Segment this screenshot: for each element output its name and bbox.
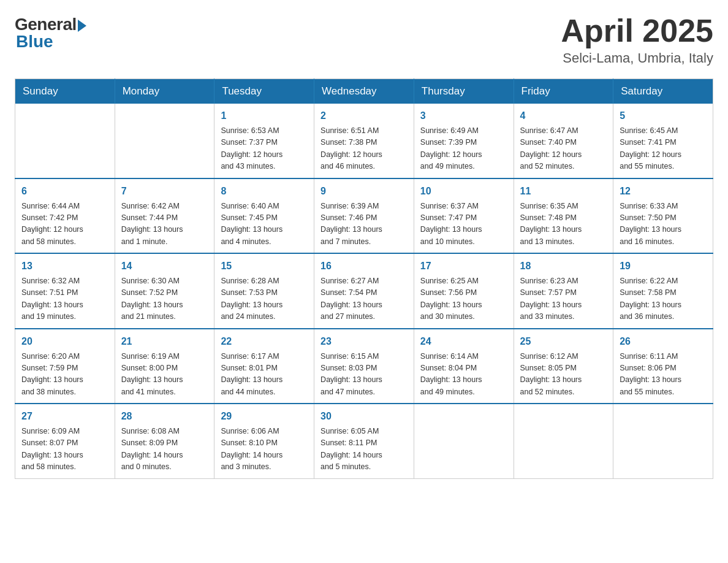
day-info: Sunrise: 6:06 AM Sunset: 8:10 PM Dayligh… bbox=[221, 426, 308, 473]
calendar-cell: 29Sunrise: 6:06 AM Sunset: 8:10 PM Dayli… bbox=[214, 404, 314, 478]
title-section: April 2025 Selci-Lama, Umbria, Italy bbox=[561, 15, 713, 66]
day-info: Sunrise: 6:33 AM Sunset: 7:50 PM Dayligh… bbox=[620, 201, 707, 248]
day-number: 18 bbox=[520, 259, 607, 274]
day-number: 8 bbox=[221, 184, 308, 199]
calendar-cell: 5Sunrise: 6:45 AM Sunset: 7:41 PM Daylig… bbox=[613, 104, 713, 178]
day-info: Sunrise: 6:37 AM Sunset: 7:47 PM Dayligh… bbox=[420, 201, 507, 248]
day-number: 26 bbox=[620, 334, 707, 349]
page-header: General Blue April 2025 Selci-Lama, Umbr… bbox=[15, 15, 713, 66]
logo: General Blue bbox=[15, 15, 86, 52]
calendar-cell: 23Sunrise: 6:15 AM Sunset: 8:03 PM Dayli… bbox=[314, 329, 414, 404]
calendar-cell: 26Sunrise: 6:11 AM Sunset: 8:06 PM Dayli… bbox=[613, 329, 713, 404]
day-number: 15 bbox=[221, 259, 308, 274]
day-info: Sunrise: 6:14 AM Sunset: 8:04 PM Dayligh… bbox=[420, 351, 507, 399]
calendar-cell: 6Sunrise: 6:44 AM Sunset: 7:42 PM Daylig… bbox=[15, 178, 115, 254]
calendar-cell bbox=[514, 404, 613, 478]
day-number: 14 bbox=[121, 259, 208, 274]
day-number: 23 bbox=[320, 334, 408, 349]
day-info: Sunrise: 6:47 AM Sunset: 7:40 PM Dayligh… bbox=[520, 125, 607, 173]
calendar-cell: 16Sunrise: 6:27 AM Sunset: 7:54 PM Dayli… bbox=[314, 253, 414, 329]
calendar-header-wednesday: Wednesday bbox=[314, 79, 414, 104]
calendar-header-monday: Monday bbox=[115, 79, 214, 104]
calendar-cell: 4Sunrise: 6:47 AM Sunset: 7:40 PM Daylig… bbox=[514, 104, 613, 178]
day-info: Sunrise: 6:40 AM Sunset: 7:45 PM Dayligh… bbox=[221, 201, 308, 248]
calendar-cell: 21Sunrise: 6:19 AM Sunset: 8:00 PM Dayli… bbox=[115, 329, 214, 404]
day-number: 21 bbox=[121, 334, 208, 349]
day-info: Sunrise: 6:27 AM Sunset: 7:54 PM Dayligh… bbox=[320, 275, 408, 323]
day-number: 6 bbox=[21, 184, 108, 199]
day-info: Sunrise: 6:44 AM Sunset: 7:42 PM Dayligh… bbox=[21, 201, 108, 248]
logo-arrow-icon bbox=[78, 20, 86, 32]
calendar-cell bbox=[414, 404, 514, 478]
day-info: Sunrise: 6:11 AM Sunset: 8:06 PM Dayligh… bbox=[620, 351, 707, 399]
calendar-cell: 10Sunrise: 6:37 AM Sunset: 7:47 PM Dayli… bbox=[414, 178, 514, 254]
calendar-cell bbox=[115, 104, 214, 178]
calendar-week-3: 13Sunrise: 6:32 AM Sunset: 7:51 PM Dayli… bbox=[15, 253, 713, 329]
calendar-cell bbox=[15, 104, 115, 178]
calendar-cell: 20Sunrise: 6:20 AM Sunset: 7:59 PM Dayli… bbox=[15, 329, 115, 404]
logo-blue-text: Blue bbox=[16, 32, 53, 52]
calendar-cell: 12Sunrise: 6:33 AM Sunset: 7:50 PM Dayli… bbox=[613, 178, 713, 254]
day-number: 28 bbox=[121, 409, 208, 424]
calendar-cell: 18Sunrise: 6:23 AM Sunset: 7:57 PM Dayli… bbox=[514, 253, 613, 329]
day-info: Sunrise: 6:49 AM Sunset: 7:39 PM Dayligh… bbox=[420, 125, 507, 173]
day-number: 12 bbox=[620, 184, 707, 199]
calendar-cell: 30Sunrise: 6:05 AM Sunset: 8:11 PM Dayli… bbox=[314, 404, 414, 478]
day-number: 5 bbox=[620, 109, 707, 123]
calendar-cell: 17Sunrise: 6:25 AM Sunset: 7:56 PM Dayli… bbox=[414, 253, 514, 329]
day-number: 30 bbox=[320, 409, 408, 424]
day-number: 3 bbox=[420, 109, 507, 123]
calendar-header-saturday: Saturday bbox=[613, 79, 713, 104]
day-info: Sunrise: 6:35 AM Sunset: 7:48 PM Dayligh… bbox=[520, 201, 607, 248]
day-info: Sunrise: 6:22 AM Sunset: 7:58 PM Dayligh… bbox=[620, 275, 707, 323]
day-number: 22 bbox=[221, 334, 308, 349]
calendar-cell: 15Sunrise: 6:28 AM Sunset: 7:53 PM Dayli… bbox=[214, 253, 314, 329]
day-info: Sunrise: 6:20 AM Sunset: 7:59 PM Dayligh… bbox=[21, 351, 108, 399]
calendar-week-4: 20Sunrise: 6:20 AM Sunset: 7:59 PM Dayli… bbox=[15, 329, 713, 404]
calendar-cell: 11Sunrise: 6:35 AM Sunset: 7:48 PM Dayli… bbox=[514, 178, 613, 254]
day-info: Sunrise: 6:12 AM Sunset: 8:05 PM Dayligh… bbox=[520, 351, 607, 399]
day-number: 27 bbox=[21, 409, 108, 424]
day-info: Sunrise: 6:19 AM Sunset: 8:00 PM Dayligh… bbox=[121, 351, 208, 399]
calendar-cell: 27Sunrise: 6:09 AM Sunset: 8:07 PM Dayli… bbox=[15, 404, 115, 478]
calendar-header-thursday: Thursday bbox=[414, 79, 514, 104]
calendar-cell bbox=[613, 404, 713, 478]
calendar-cell: 8Sunrise: 6:40 AM Sunset: 7:45 PM Daylig… bbox=[214, 178, 314, 254]
day-info: Sunrise: 6:23 AM Sunset: 7:57 PM Dayligh… bbox=[520, 275, 607, 323]
day-number: 7 bbox=[121, 184, 208, 199]
calendar-header-friday: Friday bbox=[514, 79, 613, 104]
calendar-week-5: 27Sunrise: 6:09 AM Sunset: 8:07 PM Dayli… bbox=[15, 404, 713, 478]
month-title: April 2025 bbox=[561, 15, 713, 47]
day-info: Sunrise: 6:51 AM Sunset: 7:38 PM Dayligh… bbox=[320, 125, 408, 173]
calendar-week-2: 6Sunrise: 6:44 AM Sunset: 7:42 PM Daylig… bbox=[15, 178, 713, 254]
calendar-cell: 24Sunrise: 6:14 AM Sunset: 8:04 PM Dayli… bbox=[414, 329, 514, 404]
day-number: 13 bbox=[21, 259, 108, 274]
calendar-cell: 25Sunrise: 6:12 AM Sunset: 8:05 PM Dayli… bbox=[514, 329, 613, 404]
day-info: Sunrise: 6:15 AM Sunset: 8:03 PM Dayligh… bbox=[320, 351, 408, 399]
calendar-cell: 3Sunrise: 6:49 AM Sunset: 7:39 PM Daylig… bbox=[414, 104, 514, 178]
calendar-header-sunday: Sunday bbox=[15, 79, 115, 104]
day-info: Sunrise: 6:09 AM Sunset: 8:07 PM Dayligh… bbox=[21, 426, 108, 473]
calendar-cell: 14Sunrise: 6:30 AM Sunset: 7:52 PM Dayli… bbox=[115, 253, 214, 329]
day-info: Sunrise: 6:05 AM Sunset: 8:11 PM Dayligh… bbox=[320, 426, 408, 473]
day-info: Sunrise: 6:39 AM Sunset: 7:46 PM Dayligh… bbox=[320, 201, 408, 248]
calendar-header-row: SundayMondayTuesdayWednesdayThursdayFrid… bbox=[15, 79, 713, 104]
day-number: 11 bbox=[520, 184, 607, 199]
day-number: 10 bbox=[420, 184, 507, 199]
calendar-cell: 22Sunrise: 6:17 AM Sunset: 8:01 PM Dayli… bbox=[214, 329, 314, 404]
day-number: 29 bbox=[221, 409, 308, 424]
calendar-cell: 28Sunrise: 6:08 AM Sunset: 8:09 PM Dayli… bbox=[115, 404, 214, 478]
day-info: Sunrise: 6:42 AM Sunset: 7:44 PM Dayligh… bbox=[121, 201, 208, 248]
day-number: 25 bbox=[520, 334, 607, 349]
day-number: 19 bbox=[620, 259, 707, 274]
day-info: Sunrise: 6:25 AM Sunset: 7:56 PM Dayligh… bbox=[420, 275, 507, 323]
calendar-cell: 19Sunrise: 6:22 AM Sunset: 7:58 PM Dayli… bbox=[613, 253, 713, 329]
day-number: 1 bbox=[221, 109, 308, 123]
calendar-table: SundayMondayTuesdayWednesdayThursdayFrid… bbox=[15, 79, 713, 479]
day-number: 24 bbox=[420, 334, 507, 349]
day-info: Sunrise: 6:30 AM Sunset: 7:52 PM Dayligh… bbox=[121, 275, 208, 323]
location-title: Selci-Lama, Umbria, Italy bbox=[561, 50, 713, 66]
day-number: 9 bbox=[320, 184, 408, 199]
day-number: 2 bbox=[320, 109, 408, 123]
calendar-cell: 9Sunrise: 6:39 AM Sunset: 7:46 PM Daylig… bbox=[314, 178, 414, 254]
